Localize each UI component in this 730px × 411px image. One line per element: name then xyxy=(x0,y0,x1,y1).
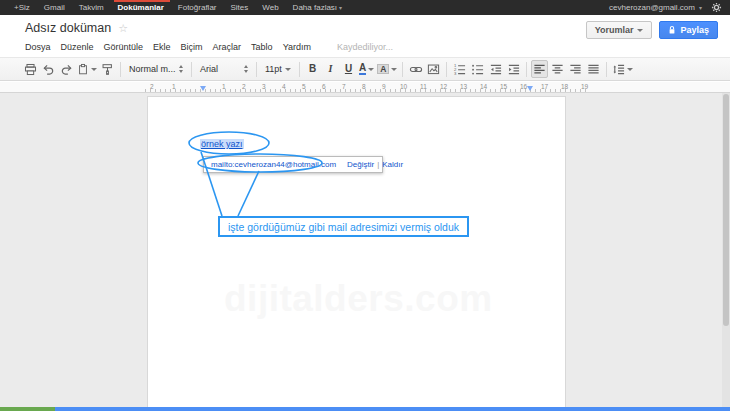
topbar-link[interactable]: Sites xyxy=(225,0,257,15)
ruler-number: 10 xyxy=(400,83,407,90)
numbered-list-button[interactable]: 123 xyxy=(451,60,468,78)
document-page[interactable]: dijitalders.com örnek yazı mailto:cevher… xyxy=(147,96,566,407)
document-header: Adsız doküman ☆ DosyaDüzenleGörüntüleEkl… xyxy=(0,15,730,57)
star-icon[interactable]: ☆ xyxy=(118,22,128,35)
topbar-link[interactable]: Daha fazlası▾ xyxy=(287,0,348,15)
toolbar-separator xyxy=(526,62,527,77)
saving-status: Kaydediliyor... xyxy=(337,42,393,52)
account-email[interactable]: cevherozan@gmail.com xyxy=(609,3,695,12)
ruler-number: 1 xyxy=(222,83,226,90)
undo-button[interactable] xyxy=(40,60,57,78)
ruler-number: 12 xyxy=(440,83,447,90)
selected-link-text[interactable]: örnek yazı xyxy=(200,139,244,149)
bulleted-list-button[interactable] xyxy=(469,60,486,78)
document-title[interactable]: Adsız doküman xyxy=(25,21,111,35)
ruler-number: 17 xyxy=(541,83,548,90)
caret-down-icon xyxy=(285,68,291,71)
menu-item[interactable]: Araçlar xyxy=(213,42,242,52)
align-justify-icon xyxy=(587,63,600,76)
ruler-number: 11 xyxy=(420,83,427,90)
line-spacing-icon xyxy=(612,63,625,76)
right-indent-marker[interactable] xyxy=(527,86,533,91)
menu-item[interactable]: Düzenle xyxy=(61,42,94,52)
align-right-icon xyxy=(569,63,582,76)
google-docs-window: +SizGmailTakvimDokümanlarFotoğraflarSite… xyxy=(0,0,730,411)
caret-down-icon xyxy=(637,29,643,32)
menu-item[interactable]: Yardım xyxy=(283,42,311,52)
menu-item[interactable]: Biçim xyxy=(181,42,203,52)
styles-value: Normal m... xyxy=(129,64,176,74)
menu-item[interactable]: Dosya xyxy=(25,42,51,52)
line-spacing-button[interactable] xyxy=(611,60,634,78)
styles-dropdown[interactable]: Normal m... xyxy=(125,60,187,78)
undo-icon xyxy=(42,63,55,76)
header-buttons: Yorumlar Paylaş xyxy=(586,21,718,39)
toolbar-separator xyxy=(191,62,192,77)
video-progress-bar[interactable] xyxy=(0,407,730,411)
align-justify-button[interactable] xyxy=(585,60,602,78)
ruler-number: 1 xyxy=(172,83,176,90)
menu-item[interactable]: Ekle xyxy=(153,42,171,52)
paint-format-button[interactable] xyxy=(99,60,116,78)
outdent-icon xyxy=(489,63,502,76)
ruler-number: 8 xyxy=(362,83,366,90)
font-size-dropdown[interactable]: 11pt xyxy=(261,60,295,78)
paste-button[interactable] xyxy=(76,60,98,78)
bulleted-list-icon xyxy=(471,63,484,76)
font-size-value: 11pt xyxy=(265,64,282,74)
topbar-link[interactable]: Gmail xyxy=(38,0,73,15)
insert-link-button[interactable] xyxy=(407,60,424,78)
align-right-button[interactable] xyxy=(567,60,584,78)
printer-icon xyxy=(24,63,37,76)
link-bubble-separator: | xyxy=(377,160,379,169)
scrollbar-thumb[interactable] xyxy=(723,94,729,326)
font-dropdown[interactable]: Arial xyxy=(196,60,252,78)
gear-button[interactable] xyxy=(711,2,722,13)
document-canvas: dijitalders.com örnek yazı mailto:cevher… xyxy=(0,93,730,407)
caret-down-icon xyxy=(91,68,97,71)
menu-item[interactable]: Tablo xyxy=(251,42,273,52)
print-button[interactable] xyxy=(22,60,39,78)
topbar-link[interactable]: Fotoğraflar xyxy=(172,0,225,15)
menu-bar: DosyaDüzenleGörüntüleEkleBiçimAraçlarTab… xyxy=(25,42,393,52)
topbar-links: +SizGmailTakvimDokümanlarFotoğraflarSite… xyxy=(8,0,348,15)
menu-item[interactable]: Görüntüle xyxy=(104,42,144,52)
topbar-link[interactable]: Web xyxy=(256,0,286,15)
link-bubble-url[interactable]: mailto:cevherozan44@hotmail.com xyxy=(211,160,336,169)
ruler-number: 4 xyxy=(282,83,286,90)
underline-icon: U xyxy=(345,64,352,74)
left-indent-marker[interactable] xyxy=(200,86,206,91)
topbar-link[interactable]: Dokümanlar xyxy=(112,0,172,15)
link-icon xyxy=(409,63,423,76)
highlight-icon: A xyxy=(377,64,389,75)
italic-button[interactable]: I xyxy=(322,60,339,78)
toolbar-separator xyxy=(402,62,403,77)
redo-icon xyxy=(60,63,73,76)
link-remove-button[interactable]: Kaldır xyxy=(382,160,403,169)
toolbar-separator xyxy=(299,62,300,77)
link-bubble: mailto:cevherozan44@hotmail.com Değiştir… xyxy=(203,156,383,173)
comments-button[interactable]: Yorumlar xyxy=(586,21,653,39)
insert-image-button[interactable] xyxy=(425,60,442,78)
google-topbar: +SizGmailTakvimDokümanlarFotoğraflarSite… xyxy=(0,0,730,15)
caret-down-icon xyxy=(391,68,397,71)
align-center-button[interactable] xyxy=(549,60,566,78)
ruler-number: 5 xyxy=(302,83,306,90)
highlight-color-button[interactable]: A xyxy=(376,60,398,78)
bold-button[interactable]: B xyxy=(304,60,321,78)
topbar-link[interactable]: +Siz xyxy=(8,0,38,15)
link-change-button[interactable]: Değiştir xyxy=(347,160,374,169)
topbar-spacer xyxy=(348,0,609,15)
text-color-button[interactable]: A xyxy=(358,60,375,78)
outdent-button[interactable] xyxy=(487,60,504,78)
indent-button[interactable] xyxy=(505,60,522,78)
scrollbar-track[interactable] xyxy=(722,93,730,407)
align-left-button[interactable] xyxy=(531,60,548,78)
redo-button[interactable] xyxy=(58,60,75,78)
italic-icon: I xyxy=(329,64,333,74)
toolbar-separator xyxy=(120,62,121,77)
indent-icon xyxy=(507,63,520,76)
underline-button[interactable]: U xyxy=(340,60,357,78)
share-button[interactable]: Paylaş xyxy=(659,21,718,39)
topbar-link[interactable]: Takvim xyxy=(73,0,112,15)
